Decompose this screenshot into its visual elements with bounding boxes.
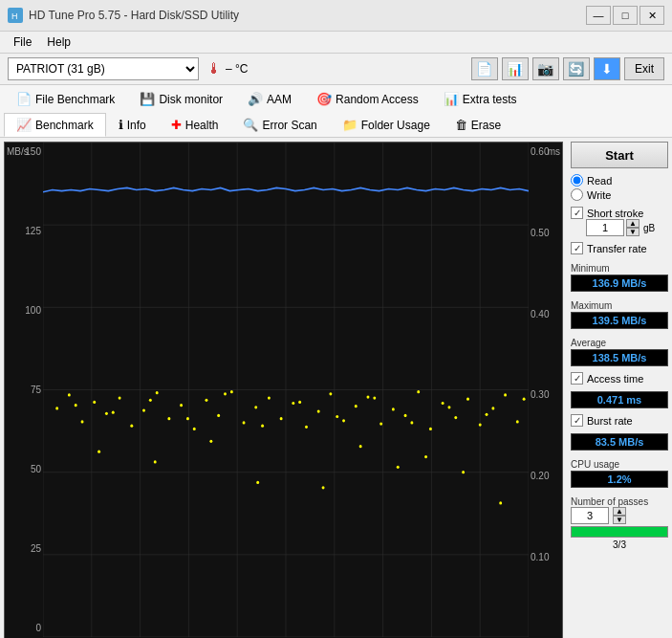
svg-point-28 bbox=[156, 391, 159, 394]
erase-icon: 🗑 bbox=[455, 118, 467, 132]
svg-point-59 bbox=[256, 481, 259, 484]
passes-progress-bar bbox=[571, 526, 668, 538]
tab-file-benchmark[interactable]: 📄 File Benchmark bbox=[4, 87, 127, 111]
menu-bar: File Help bbox=[0, 32, 672, 54]
tab-disk-monitor[interactable]: 💾 Disk monitor bbox=[127, 87, 235, 111]
toolbar-icons: 📄 📊 📷 🔄 ⬇ Exit bbox=[471, 57, 664, 80]
tab-folder-usage[interactable]: 📁 Folder Usage bbox=[330, 113, 443, 137]
exit-button[interactable]: Exit bbox=[624, 57, 664, 80]
svg-point-49 bbox=[417, 390, 420, 393]
svg-point-45 bbox=[367, 395, 370, 398]
file-benchmark-icon: 📄 bbox=[16, 92, 32, 106]
short-stroke-check-icon bbox=[571, 207, 583, 219]
toolbar-btn-3[interactable]: 📷 bbox=[532, 57, 559, 80]
benchmark-icon: 📈 bbox=[16, 118, 32, 132]
y-axis-left: 150 125 100 75 50 25 0 bbox=[5, 143, 43, 637]
passes-label: Number of passes bbox=[571, 496, 668, 507]
svg-point-63 bbox=[397, 466, 400, 469]
toolbar-btn-2[interactable]: 📊 bbox=[502, 57, 529, 80]
svg-point-29 bbox=[167, 417, 170, 420]
passes-decrement[interactable]: ▼ bbox=[613, 516, 626, 524]
tab-bar: 📄 File Benchmark 💾 Disk monitor 🔊 AAM 🎯 … bbox=[0, 85, 672, 138]
tab-health[interactable]: ✚ Health bbox=[159, 113, 231, 137]
access-time-value: 0.471 ms bbox=[571, 391, 668, 408]
average-value: 138.5 MB/s bbox=[571, 349, 668, 366]
transfer-rate-checkbox[interactable]: Transfer rate bbox=[571, 242, 668, 254]
info-icon: ℹ bbox=[119, 118, 123, 132]
svg-point-72 bbox=[224, 392, 227, 395]
short-stroke-increment[interactable]: ▲ bbox=[626, 219, 639, 228]
svg-point-43 bbox=[342, 419, 345, 422]
transfer-rate-check-icon bbox=[571, 242, 583, 254]
svg-point-25 bbox=[119, 397, 121, 400]
svg-point-36 bbox=[254, 406, 257, 408]
drive-select[interactable]: PATRIOT (31 gB) bbox=[8, 57, 199, 80]
svg-point-24 bbox=[105, 412, 108, 415]
svg-point-44 bbox=[355, 405, 358, 407]
toolbar-btn-5[interactable]: ⬇ bbox=[594, 57, 620, 80]
svg-point-21 bbox=[68, 393, 71, 396]
chart-plot bbox=[43, 143, 529, 637]
toolbar-btn-1[interactable]: 📄 bbox=[471, 57, 498, 80]
passes-increment[interactable]: ▲ bbox=[613, 507, 626, 516]
svg-point-26 bbox=[130, 425, 133, 428]
svg-point-40 bbox=[305, 426, 308, 429]
maximum-section: Maximum 139.5 MB/s bbox=[571, 297, 668, 329]
tab-aam[interactable]: 🔊 AAM bbox=[235, 87, 304, 111]
tab-error-scan[interactable]: 🔍 Error Scan bbox=[230, 113, 329, 137]
svg-point-75 bbox=[336, 415, 338, 418]
short-stroke-input[interactable] bbox=[586, 219, 624, 236]
temperature-display: 🌡 – °C bbox=[206, 60, 248, 77]
svg-point-27 bbox=[142, 408, 145, 411]
tab-benchmark[interactable]: 📈 Benchmark bbox=[4, 113, 106, 137]
short-stroke-spin-row: ▲ ▼ gB bbox=[586, 219, 668, 236]
random-access-icon: 🎯 bbox=[316, 92, 332, 106]
start-button[interactable]: Start bbox=[571, 142, 668, 168]
menu-help[interactable]: Help bbox=[41, 33, 76, 51]
tab-extra-tests[interactable]: 📊 Extra tests bbox=[431, 87, 530, 111]
svg-point-71 bbox=[186, 417, 189, 420]
short-stroke-checkbox[interactable]: Short stroke bbox=[571, 207, 668, 219]
menu-file[interactable]: File bbox=[8, 33, 37, 51]
svg-point-69 bbox=[112, 411, 115, 414]
svg-point-20 bbox=[55, 407, 58, 409]
read-radio[interactable]: Read bbox=[571, 174, 668, 187]
svg-point-76 bbox=[373, 397, 376, 400]
short-stroke-decrement[interactable]: ▼ bbox=[626, 228, 639, 236]
burst-rate-checkbox[interactable]: Burst rate bbox=[571, 414, 668, 427]
svg-point-67 bbox=[424, 455, 427, 458]
toolbar-btn-4[interactable]: 🔄 bbox=[563, 57, 590, 80]
tab-row-2: 📈 Benchmark ℹ Info ✚ Health 🔍 Error Scan… bbox=[4, 111, 668, 137]
svg-point-57 bbox=[516, 420, 519, 423]
svg-point-74 bbox=[298, 401, 301, 404]
svg-point-30 bbox=[180, 404, 183, 407]
svg-point-54 bbox=[479, 424, 482, 427]
svg-point-70 bbox=[149, 399, 152, 402]
minimum-section: Minimum 136.9 MB/s bbox=[571, 260, 668, 292]
svg-point-64 bbox=[499, 501, 502, 504]
minimize-button[interactable]: — bbox=[586, 6, 611, 25]
tab-info[interactable]: ℹ Info bbox=[106, 113, 159, 137]
maximum-label: Maximum bbox=[571, 300, 668, 311]
svg-point-38 bbox=[280, 417, 283, 420]
y-axis-left-unit-label: MB/s bbox=[7, 146, 29, 157]
toolbar: PATRIOT (31 gB) 🌡 – °C 📄 📊 📷 🔄 ⬇ Exit bbox=[0, 54, 672, 85]
access-time-check-icon bbox=[571, 372, 583, 385]
y-axis-right: 0.60 0.50 0.40 0.30 0.20 0.10 bbox=[529, 143, 562, 637]
svg-point-65 bbox=[209, 440, 212, 443]
close-button[interactable]: ✕ bbox=[639, 6, 664, 25]
tab-erase[interactable]: 🗑 Erase bbox=[443, 113, 513, 137]
write-radio[interactable]: Write bbox=[571, 188, 668, 201]
maximize-button[interactable]: □ bbox=[613, 6, 638, 25]
disk-monitor-icon: 💾 bbox=[140, 92, 155, 106]
passes-row: ▲ ▼ bbox=[571, 507, 668, 524]
svg-point-56 bbox=[504, 393, 507, 396]
svg-point-78 bbox=[447, 406, 450, 408]
passes-progress-fill bbox=[572, 527, 667, 537]
svg-point-41 bbox=[317, 410, 320, 413]
tab-random-access[interactable]: 🎯 Random Access bbox=[304, 87, 431, 111]
health-icon: ✚ bbox=[171, 118, 182, 132]
passes-input[interactable] bbox=[571, 507, 609, 524]
y-axis-right-unit-label: ms bbox=[548, 146, 560, 157]
access-time-checkbox[interactable]: Access time bbox=[571, 372, 668, 385]
